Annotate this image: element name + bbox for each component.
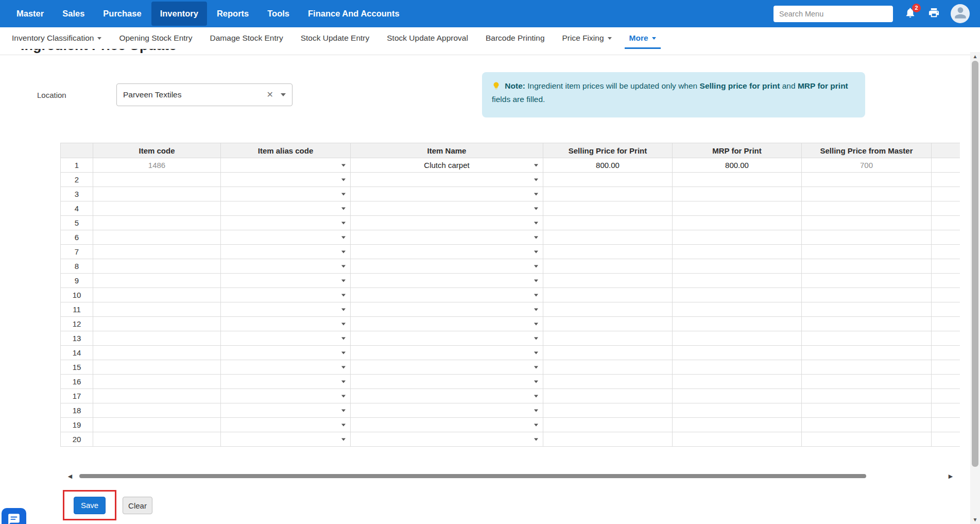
grid-cell[interactable] — [351, 418, 543, 432]
chevron-down-icon[interactable] — [534, 323, 538, 325]
grid-cell[interactable] — [543, 418, 673, 432]
chevron-down-icon[interactable] — [534, 308, 538, 311]
chevron-down-icon[interactable] — [341, 178, 346, 181]
subnav-item-damage-stock-entry[interactable]: Damage Stock Entry — [201, 27, 292, 49]
grid-cell[interactable] — [351, 302, 543, 317]
chevron-down-icon[interactable] — [534, 164, 538, 166]
scroll-right-icon[interactable]: ▶ — [947, 473, 955, 480]
grid-cell[interactable] — [93, 274, 221, 288]
grid-cell[interactable] — [351, 331, 543, 346]
horizontal-scrollbar[interactable]: ◀ ▶ — [66, 472, 955, 480]
chevron-down-icon[interactable] — [534, 193, 538, 195]
grid-cell[interactable] — [543, 173, 673, 187]
grid-cell[interactable] — [543, 403, 673, 418]
grid-cell[interactable] — [543, 389, 673, 403]
search-input[interactable] — [773, 6, 893, 22]
subnav-item-opening-stock-entry[interactable]: Opening Stock Entry — [110, 27, 201, 49]
chevron-down-icon[interactable] — [341, 351, 346, 354]
grid-cell[interactable] — [543, 187, 673, 201]
chevron-down-icon[interactable] — [534, 424, 538, 426]
grid-cell[interactable] — [802, 375, 932, 389]
chevron-down-icon[interactable] — [534, 236, 538, 239]
grid-cell[interactable] — [543, 302, 673, 317]
grid-cell[interactable] — [93, 403, 221, 418]
topnav-item-tools[interactable]: Tools — [259, 2, 298, 26]
chevron-down-icon[interactable] — [281, 93, 286, 96]
chevron-down-icon[interactable] — [341, 380, 346, 383]
grid-cell[interactable] — [93, 259, 221, 274]
grid-cell[interactable] — [93, 201, 221, 216]
grid-cell[interactable] — [93, 216, 221, 230]
chevron-down-icon[interactable] — [534, 279, 538, 282]
grid-cell[interactable] — [802, 346, 932, 360]
grid-cell[interactable] — [93, 375, 221, 389]
grid-cell[interactable] — [543, 230, 673, 245]
chevron-down-icon[interactable] — [341, 294, 346, 296]
grid-cell[interactable] — [351, 187, 543, 201]
chevron-down-icon[interactable] — [534, 438, 538, 441]
grid-cell[interactable] — [351, 288, 543, 302]
grid-cell[interactable] — [543, 331, 673, 346]
grid-cell[interactable] — [543, 245, 673, 259]
save-button[interactable]: Save — [74, 497, 106, 514]
grid-cell[interactable] — [221, 302, 351, 317]
scroll-left-icon[interactable]: ◀ — [66, 473, 74, 480]
grid-cell[interactable] — [351, 346, 543, 360]
print-button[interactable] — [927, 7, 940, 21]
grid-cell[interactable] — [351, 245, 543, 259]
chevron-down-icon[interactable] — [341, 222, 346, 224]
user-avatar[interactable] — [951, 4, 970, 23]
topnav-item-master[interactable]: Master — [8, 2, 53, 26]
grid-cell[interactable] — [543, 274, 673, 288]
grid-cell[interactable] — [802, 389, 932, 403]
grid-cell[interactable] — [221, 187, 351, 201]
grid-cell[interactable] — [351, 201, 543, 216]
topnav-item-purchase[interactable]: Purchase — [94, 2, 150, 26]
chevron-down-icon[interactable] — [534, 337, 538, 340]
grid-cell[interactable] — [673, 418, 802, 432]
subnav-item-inventory-classification[interactable]: Inventory Classification — [3, 27, 110, 49]
grid-cell[interactable] — [351, 360, 543, 375]
grid-cell[interactable] — [673, 173, 802, 187]
grid-cell[interactable] — [93, 173, 221, 187]
grid-cell[interactable] — [673, 360, 802, 375]
chevron-down-icon[interactable] — [534, 222, 538, 224]
grid-cell[interactable] — [221, 259, 351, 274]
topnav-item-reports[interactable]: Reports — [208, 2, 257, 26]
location-select[interactable]: Parveen Textiles ✕ — [116, 83, 293, 106]
chevron-down-icon[interactable] — [341, 337, 346, 340]
grid-cell[interactable] — [802, 201, 932, 216]
grid-cell[interactable] — [93, 245, 221, 259]
chevron-down-icon[interactable] — [341, 250, 346, 253]
grid-cell[interactable] — [802, 259, 932, 274]
grid-cell[interactable] — [93, 302, 221, 317]
chevron-down-icon[interactable] — [534, 207, 538, 210]
grid-cell[interactable] — [673, 216, 802, 230]
grid-cell[interactable] — [673, 432, 802, 447]
chevron-down-icon[interactable] — [534, 366, 538, 368]
grid-cell[interactable] — [673, 259, 802, 274]
grid-cell[interactable] — [673, 346, 802, 360]
chevron-down-icon[interactable] — [341, 207, 346, 210]
grid-cell[interactable] — [543, 288, 673, 302]
chevron-down-icon[interactable] — [341, 308, 346, 311]
grid-cell[interactable] — [802, 245, 932, 259]
grid-cell[interactable] — [351, 432, 543, 447]
chevron-down-icon[interactable] — [534, 250, 538, 253]
grid-cell[interactable] — [93, 317, 221, 331]
grid-cell[interactable] — [673, 331, 802, 346]
topnav-item-finance-and-accounts[interactable]: Finance And Accounts — [299, 2, 408, 26]
grid-cell[interactable] — [802, 403, 932, 418]
h-scroll-track[interactable] — [74, 473, 947, 479]
grid-cell[interactable] — [673, 201, 802, 216]
subnav-item-stock-update-approval[interactable]: Stock Update Approval — [378, 27, 477, 49]
grid-cell[interactable] — [673, 288, 802, 302]
grid-cell[interactable] — [351, 216, 543, 230]
grid-cell[interactable]: 800.00 — [673, 158, 802, 173]
grid-cell[interactable] — [802, 288, 932, 302]
chevron-down-icon[interactable] — [341, 395, 346, 397]
grid-cell[interactable]: Clutch carpet — [351, 158, 543, 173]
chevron-down-icon[interactable] — [341, 409, 346, 412]
topnav-item-inventory[interactable]: Inventory — [151, 2, 207, 26]
topnav-item-sales[interactable]: Sales — [54, 2, 93, 26]
